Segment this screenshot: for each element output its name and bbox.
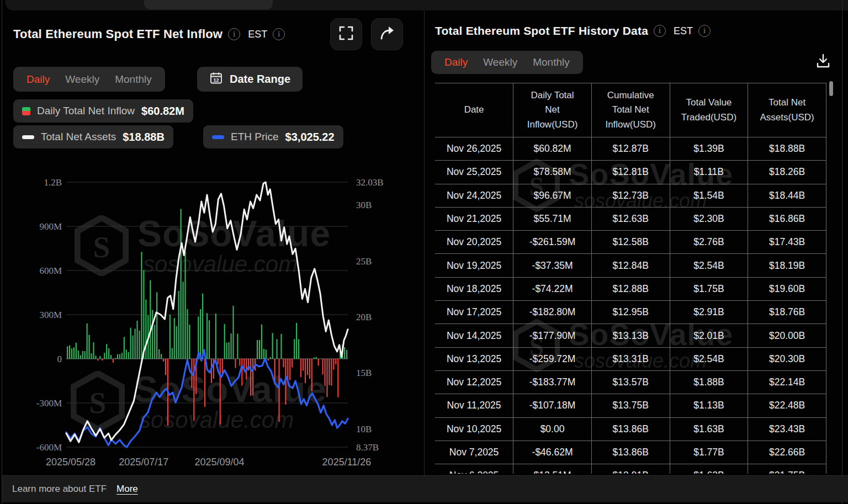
- inflow-bar-negative: [250, 359, 251, 396]
- cell-traded: $2.91B: [670, 301, 748, 324]
- cell-cumulative: $12.87B: [591, 137, 670, 161]
- table-row: Nov 6,2025$12.51M$13.91B$1.62B$21.75B: [435, 464, 826, 474]
- inflow-bar-negative: [300, 359, 301, 377]
- column-header: Daily Total Net Inflow(USD): [513, 83, 592, 137]
- inflow-bar-negative: [305, 359, 306, 383]
- etf-net-inflow-chart[interactable]: 1.2B900M600M300M0-300M-600M32.03B30B25B2…: [0, 166, 421, 475]
- cell-traded: $1.39B: [670, 137, 748, 161]
- tab-monthly[interactable]: Monthly: [525, 56, 577, 68]
- inflow-bar-positive: [141, 252, 142, 359]
- x-axis-tick: 2025/05/28: [46, 457, 96, 468]
- legend-label: ETH Price: [231, 131, 279, 143]
- inflow-bar-negative: [278, 359, 279, 422]
- inflow-bar-positive: [261, 325, 262, 359]
- inflow-bar-positive: [294, 339, 295, 359]
- cell-traded: $2.76B: [670, 231, 748, 254]
- inflow-bar-positive: [224, 324, 225, 359]
- tab-weekly[interactable]: Weekly: [475, 56, 525, 68]
- download-button[interactable]: [814, 53, 833, 72]
- inflow-bar-positive: [277, 339, 278, 359]
- legend-label: Total Net Assets: [41, 131, 116, 143]
- inflow-bar-negative: [163, 359, 164, 362]
- cell-inflow: -$182.80M: [513, 301, 592, 324]
- inflow-bar-positive: [78, 351, 79, 359]
- cell-traded: $2.54B: [670, 347, 748, 370]
- table-row: Nov 18,2025-$74.22M$12.88B$1.75B$19.60B: [435, 277, 826, 300]
- inflow-bar-positive: [344, 347, 345, 359]
- cell-date: Nov 6,2025: [435, 464, 513, 474]
- column-header: Date: [435, 83, 513, 137]
- table-header-row: DateDaily Total Net Inflow(USD)Cumulativ…: [435, 83, 826, 137]
- inflow-bar-positive: [237, 333, 238, 359]
- inflow-bar-negative: [252, 359, 253, 395]
- cell-inflow: -$37.35M: [513, 254, 592, 277]
- table-row: Nov 26,2025$60.82M$12.87B$1.39B$18.88B: [435, 137, 826, 161]
- cell-assets: $16.86B: [748, 207, 826, 230]
- legend-total-net-assets[interactable]: Total Net Assets $18.88B: [13, 125, 173, 148]
- inflow-bar-positive: [95, 356, 96, 359]
- cell-assets: $18.44B: [748, 184, 826, 207]
- inflow-bar-positive: [161, 354, 162, 359]
- y-axis-tick-left: 300M: [39, 310, 62, 320]
- cell-assets: $18.88B: [748, 137, 826, 161]
- inflow-bar-positive: [104, 353, 105, 359]
- cell-cumulative: $12.58B: [591, 231, 670, 254]
- tab-weekly[interactable]: Weekly: [57, 73, 107, 86]
- inflow-bar-positive: [314, 357, 315, 359]
- cell-traded: $1.88B: [670, 370, 748, 394]
- fullscreen-button[interactable]: [330, 18, 362, 50]
- cell-date: Nov 21,2025: [435, 207, 513, 230]
- inflow-bar-negative: [322, 359, 324, 375]
- inflow-bar-positive: [115, 358, 116, 359]
- inflow-bar-negative: [307, 359, 308, 375]
- cell-traded: $1.63B: [670, 417, 748, 441]
- inflow-bar-positive: [128, 352, 129, 359]
- inflow-bar-negative: [337, 359, 338, 397]
- y-axis-tick-left: 0: [57, 354, 62, 364]
- inflow-bar-negative: [292, 359, 293, 368]
- inflow-bar-positive: [266, 349, 267, 359]
- tab-monthly[interactable]: Monthly: [107, 73, 160, 86]
- info-icon[interactable]: [698, 25, 711, 37]
- y-axis-tick-left: 600M: [39, 266, 62, 276]
- inflow-bar-positive: [176, 326, 177, 359]
- x-axis-tick: 2025/11/26: [322, 457, 372, 468]
- table-period-tabs: Daily Weekly Monthly: [431, 51, 583, 74]
- date-range-label: Date Range: [230, 73, 290, 86]
- inflow-bar-positive: [93, 342, 94, 359]
- date-range-button[interactable]: 12 Date Range: [197, 67, 303, 92]
- inflow-bar-negative: [331, 359, 332, 386]
- table-title: Total Ethereum Spot ETF History Data: [435, 24, 648, 38]
- tab-daily[interactable]: Daily: [437, 56, 475, 68]
- footer-bar: Learn more about ETF More: [2, 475, 848, 502]
- table-row: Nov 10,2025$0.00$13.86B$1.63B$23.43B: [435, 417, 826, 441]
- cell-inflow: -$177.90M: [513, 324, 592, 347]
- inflow-bar-positive: [119, 354, 120, 359]
- cell-assets: $18.26B: [748, 161, 826, 184]
- cell-traded: $1.13B: [670, 394, 748, 417]
- tab-daily[interactable]: Daily: [19, 73, 57, 86]
- more-link[interactable]: More: [116, 484, 138, 495]
- cell-traded: $1.54B: [670, 184, 748, 207]
- table-scrollbar[interactable]: [829, 81, 833, 96]
- inflow-bar-negative: [165, 359, 166, 375]
- legend-daily-net-inflow[interactable]: Daily Total Net Inflow $60.82M: [13, 99, 193, 123]
- info-icon[interactable]: [228, 28, 240, 40]
- inflow-bar-positive: [272, 333, 273, 359]
- inflow-bar-negative: [318, 359, 319, 365]
- cell-date: Nov 18,2025: [435, 277, 513, 300]
- inflow-bar-positive: [209, 320, 210, 359]
- cell-cumulative: $13.75B: [591, 394, 670, 417]
- info-icon[interactable]: [654, 25, 666, 37]
- share-button[interactable]: [371, 18, 403, 50]
- inflow-bar-negative: [102, 359, 103, 360]
- y-axis-tick-left: 1.2B: [44, 177, 62, 188]
- history-table-wrapper[interactable]: DateDaily Total Net Inflow(USD)Cumulativ…: [435, 83, 826, 474]
- legend-value: $3,025.22: [285, 131, 335, 144]
- cell-cumulative: $12.88B: [591, 277, 670, 300]
- table-row: Nov 17,2025-$182.80M$12.95B$2.91B$18.76B: [435, 301, 826, 324]
- legend-eth-price[interactable]: ETH Price $3,025.22: [203, 125, 343, 148]
- cell-date: Nov 24,2025: [435, 184, 513, 207]
- chart-period-tabs: Daily Weekly Monthly: [13, 67, 165, 92]
- info-icon[interactable]: [273, 28, 285, 40]
